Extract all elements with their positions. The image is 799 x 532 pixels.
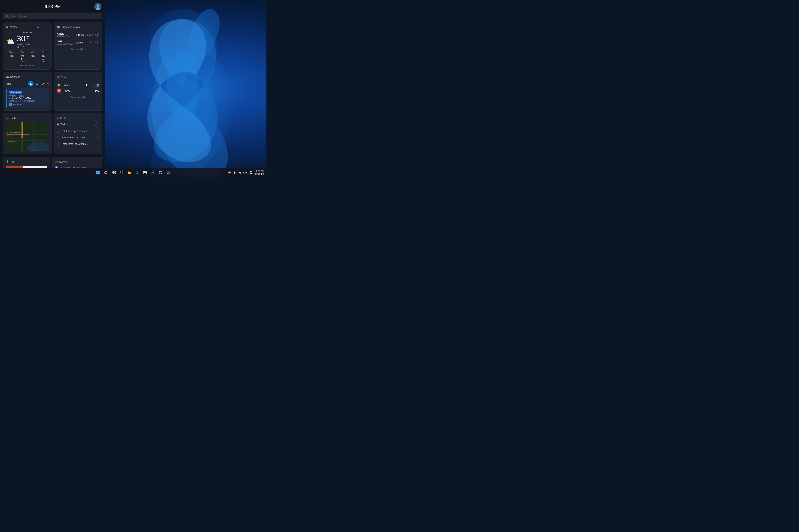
stock-price-amzn: 3,401.46 bbox=[74, 34, 84, 36]
svg-rect-52 bbox=[114, 171, 115, 172]
tasks-title[interactable]: 🏠 Tasks ▾ bbox=[57, 123, 69, 126]
notification-tray-icon[interactable] bbox=[249, 170, 253, 175]
tasks-home-icon: 🏠 bbox=[57, 123, 60, 126]
svg-rect-45 bbox=[96, 171, 98, 173]
calendar-icon: 📅 bbox=[6, 76, 9, 78]
see-more-nba-link[interactable]: See more NBA bbox=[57, 96, 99, 98]
svg-rect-54 bbox=[114, 173, 115, 174]
stock-add-gme[interactable]: + bbox=[95, 40, 99, 44]
nba-more-button[interactable]: ··· bbox=[95, 75, 99, 79]
svg-point-65 bbox=[169, 173, 169, 173]
task-item-2[interactable]: Patch install bootstrapp... ☆ bbox=[57, 141, 99, 147]
stock-name-gme: GAMESTOP CO... bbox=[57, 43, 73, 45]
calendar-day-29[interactable]: 29 bbox=[34, 81, 40, 87]
svg-text:Bukit Timah Road: Bukit Timah Road bbox=[7, 138, 16, 139]
calendar-event[interactable]: ⏱ in 27 min 7:00 PM · 2 hrs Microsoft Su… bbox=[6, 89, 49, 108]
task-checkbox-1[interactable] bbox=[57, 136, 60, 139]
stock-ticker-gme: GME bbox=[57, 40, 73, 43]
settings-button[interactable] bbox=[157, 169, 164, 176]
search-input[interactable] bbox=[10, 15, 99, 18]
stock-change-gme: -1.32% bbox=[86, 41, 93, 44]
traffic-widget: 🚗 Traffic ··· bbox=[3, 113, 52, 154]
stock-add-amzn[interactable]: + bbox=[95, 33, 99, 37]
nba-hawks-info: H Hawks bbox=[57, 89, 70, 93]
volume-tray-icon[interactable] bbox=[238, 170, 242, 175]
widgets-button[interactable] bbox=[118, 169, 125, 176]
svg-text:Moderate traffic: Moderate traffic bbox=[7, 134, 15, 136]
svg-line-50 bbox=[107, 173, 108, 174]
network-tray-icon[interactable] bbox=[232, 170, 237, 175]
taskbar-time-display[interactable]: 6:33 PM 6/28/2021 bbox=[255, 170, 264, 176]
svg-text:© 2021 TomTom: © 2021 TomTom bbox=[31, 150, 38, 151]
taskbar-right: 💬 ENG bbox=[227, 170, 264, 176]
folder-icon bbox=[127, 171, 131, 175]
weather-more-button[interactable]: ··· bbox=[44, 25, 49, 29]
file-explorer-button[interactable] bbox=[126, 169, 133, 176]
task-star-0[interactable]: ☆ bbox=[97, 130, 99, 133]
svg-rect-58 bbox=[120, 174, 121, 174]
calendar-refresh-icon[interactable]: ↻ bbox=[45, 103, 47, 106]
calculator-button[interactable] bbox=[165, 169, 172, 176]
task-item-0[interactable]: Patch new,open,save,edi... ☆ bbox=[57, 128, 99, 134]
weather-condition-icon: ⛅ bbox=[6, 37, 15, 45]
traffic-more-button[interactable]: ··· bbox=[44, 116, 49, 120]
todo-more-button[interactable]: ··· bbox=[95, 116, 99, 120]
forecast-day-2: Wed ⛅ 31° 27° bbox=[31, 51, 35, 63]
svg-point-66 bbox=[167, 173, 168, 174]
taskbar-search-button[interactable] bbox=[103, 169, 109, 176]
edge-browser-button[interactable] bbox=[134, 169, 141, 176]
see-full-forecast-link[interactable]: See full forecast bbox=[6, 64, 49, 66]
task-star-2[interactable]: ☆ bbox=[97, 142, 99, 146]
stock-price-gme: 209.51 bbox=[75, 41, 83, 44]
widget-row-3: 🚗 Traffic ··· bbox=[3, 113, 102, 154]
calendar-event-footer: L Lukas Hu ↻ bbox=[8, 103, 47, 106]
nba-team-bucks: B Bucks 113 Final Jun 28 bbox=[57, 82, 99, 88]
svg-rect-55 bbox=[120, 171, 121, 173]
bucks-logo: B bbox=[57, 83, 61, 87]
calendar-day-28[interactable]: 28 bbox=[28, 81, 34, 87]
svg-text:Marina Bay: Marina Bay bbox=[27, 148, 33, 150]
stock-row-gme[interactable]: GME GAMESTOP CO... 209.51 -1.32% + bbox=[57, 39, 99, 46]
search-bar[interactable] bbox=[3, 13, 102, 19]
tasks-add-button[interactable]: + bbox=[95, 122, 99, 127]
stocks-widget: 📈 Suggested for you ··· AMZN AMAZON.COM.… bbox=[54, 22, 102, 70]
nba-bucks-info: B Bucks bbox=[57, 83, 70, 87]
nba-game: B Bucks 113 Final Jun 28 H Hawks bbox=[57, 81, 99, 95]
task-text-2: Patch install bootstrapp... bbox=[61, 142, 97, 145]
wifi-icon bbox=[233, 171, 236, 174]
user-avatar[interactable] bbox=[94, 3, 102, 10]
todo-header: ✔ To Do ··· bbox=[57, 116, 99, 120]
stock-row-amzn[interactable]: AMZN AMAZON.COM... 3,401.46 -1.38% + bbox=[57, 31, 99, 39]
start-button[interactable] bbox=[95, 169, 102, 176]
language-indicator[interactable]: ENG bbox=[243, 171, 248, 174]
svg-text:Ang Mo Kio Avenue 3: Ang Mo Kio Avenue 3 bbox=[7, 132, 20, 133]
volume-icon bbox=[239, 171, 242, 174]
esports-more-button[interactable]: ··· bbox=[95, 159, 99, 164]
widget-panel: 6:33 PM 🌤 Weather 6m bbox=[0, 0, 105, 168]
stocks-more-button[interactable]: ··· bbox=[95, 25, 99, 29]
mail-button[interactable] bbox=[141, 169, 148, 176]
traffic-map-svg: Ang Mo Kio Avenue 3 Bukit Timah Road Mar… bbox=[6, 122, 49, 151]
svg-rect-21 bbox=[6, 166, 23, 168]
taskview-button[interactable] bbox=[110, 169, 117, 176]
wechat-tray-icon[interactable]: 💬 bbox=[227, 170, 232, 175]
task-item-1[interactable]: Validation file by name ☆ bbox=[57, 134, 99, 141]
calendar-widget: 📅 Calendar ··· June 28 29 30 ▾ ⏱ in 27 m… bbox=[3, 72, 52, 111]
weather-title: 🌤 Weather bbox=[6, 26, 18, 28]
svg-point-63 bbox=[167, 173, 168, 173]
vscode-button[interactable] bbox=[149, 169, 156, 176]
task-checkbox-0[interactable] bbox=[57, 130, 60, 133]
calendar-chevron-icon[interactable]: ▾ bbox=[47, 82, 49, 86]
weather-widget: 🌤 Weather 6m ago ··· Singapore ⛅ 30°C Mo… bbox=[3, 22, 52, 70]
avatar-icon bbox=[94, 3, 102, 10]
calendar-more-button[interactable]: ··· bbox=[44, 75, 49, 79]
weather-location: Singapore bbox=[6, 31, 49, 34]
svg-rect-62 bbox=[167, 171, 169, 172]
tips-icon: 💡 bbox=[6, 160, 9, 163]
todo-widget: ✔ To Do ··· 🏠 Tasks ▾ + Patch new,open,s… bbox=[54, 113, 102, 154]
task-star-1[interactable]: ☆ bbox=[97, 136, 99, 139]
task-checkbox-2[interactable] bbox=[57, 142, 60, 146]
calendar-day-30[interactable]: 30 bbox=[40, 81, 46, 87]
go-watchlist-link[interactable]: Go to watchlist bbox=[57, 48, 99, 50]
tips-more-button[interactable]: ··· bbox=[43, 159, 47, 164]
